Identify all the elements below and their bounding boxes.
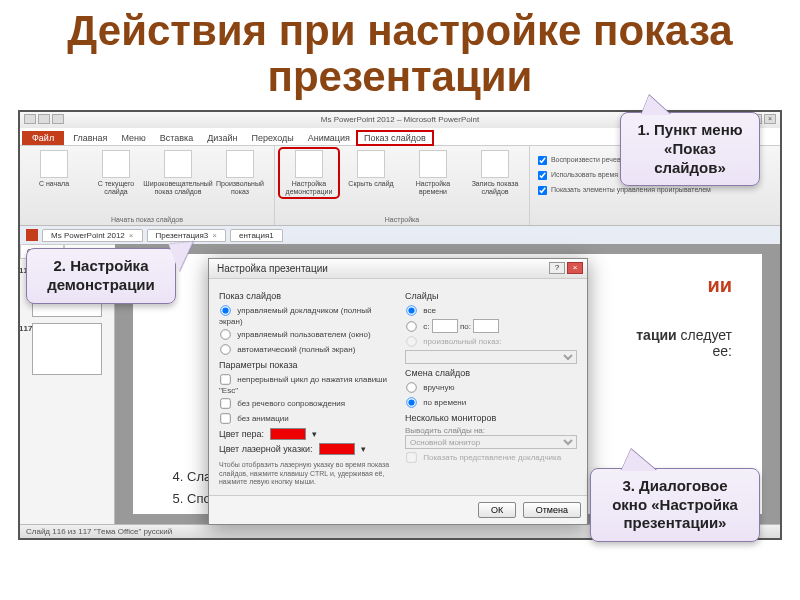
callout-2: 2. Настройка демонстрации	[26, 248, 176, 304]
help-button[interactable]: ?	[549, 262, 565, 274]
app-icon	[26, 229, 38, 241]
setup-slideshow-button[interactable]: Настройка демонстрации	[281, 150, 337, 195]
hide-slide-button[interactable]: Скрыть слайд	[343, 150, 399, 195]
dropdown-icon[interactable]: ▾	[361, 444, 366, 454]
cancel-button[interactable]: Отмена	[523, 502, 581, 518]
radio-range[interactable]: с: по:	[405, 319, 577, 333]
chk-controls[interactable]: Показать элементы управления проигрывате…	[536, 184, 774, 197]
custom-show-select	[405, 350, 577, 364]
group-label: Смена слайдов	[405, 368, 577, 378]
body-fragment: тации	[636, 327, 676, 343]
setup-presentation-dialog: Настройка презентации ? × Показ слайдов …	[208, 258, 588, 524]
slide-title-fragment: ии	[707, 274, 732, 296]
dropdown-icon[interactable]: ▾	[312, 429, 317, 439]
tab-file[interactable]: Файл	[22, 131, 64, 145]
laser-color-picker[interactable]	[319, 443, 355, 455]
record-button[interactable]: Запись показа слайдов	[467, 150, 523, 195]
close-icon[interactable]: ×	[212, 231, 217, 240]
page-title: Действия при настройке показа презентаци…	[0, 0, 800, 106]
slide-number: 117	[19, 324, 32, 333]
doc-tab[interactable]: ентация1	[230, 229, 283, 242]
quick-access-toolbar	[24, 114, 64, 124]
monitor-label: Выводить слайды на:	[405, 426, 577, 435]
custom-show-button[interactable]: Произвольный показ	[212, 150, 268, 195]
qat-btn[interactable]	[24, 114, 36, 124]
slide-thumbnail[interactable]: 117	[32, 323, 102, 375]
tab-insert[interactable]: Вставка	[153, 131, 200, 145]
from-beginning-button[interactable]: С начала	[26, 150, 82, 195]
tab-transitions[interactable]: Переходы	[244, 131, 300, 145]
ok-button[interactable]: ОК	[478, 502, 516, 518]
chk-no-animation[interactable]: без анимации	[219, 412, 391, 425]
qat-btn[interactable]	[38, 114, 50, 124]
chk-loop[interactable]: непрерывный цикл до нажатия клавиши "Esc…	[219, 373, 391, 395]
dialog-title: Настройка презентации	[217, 263, 328, 274]
dialog-titlebar: Настройка презентации ? ×	[209, 259, 587, 279]
document-tabs: Ms PowerPoint 2012× Презентация3× ентаци…	[20, 226, 780, 244]
close-button[interactable]: ×	[567, 262, 583, 274]
radio-browsed[interactable]: управляемый пользователем (окно)	[219, 328, 391, 341]
group-label: Слайды	[405, 291, 577, 301]
group-label: Несколько мониторов	[405, 413, 577, 423]
pen-color-label: Цвет пера:	[219, 429, 264, 439]
monitor-select: Основной монитор	[405, 435, 577, 449]
from-current-button[interactable]: С текущего слайда	[88, 150, 144, 195]
tab-home[interactable]: Главная	[66, 131, 114, 145]
chk-presenter-view[interactable]: Показать представление докладчика	[405, 451, 577, 464]
tab-animation[interactable]: Анимация	[301, 131, 357, 145]
callout-3: 3. Диалоговое окно «Настройка презентаци…	[590, 468, 760, 542]
laser-color-label: Цвет лазерной указки:	[219, 444, 313, 454]
radio-manual[interactable]: вручную	[405, 381, 577, 394]
broadcast-button[interactable]: Широковещательный показ слайдов	[150, 150, 206, 195]
radio-all[interactable]: все	[405, 304, 577, 317]
ribbon-group-label: Начать показ слайдов	[26, 216, 268, 223]
close-button[interactable]: ×	[764, 114, 776, 124]
rehearse-button[interactable]: Настройка времени	[405, 150, 461, 195]
body-fragment: следует	[677, 327, 732, 343]
hint-text: Чтобы отобразить лазерную указку во врем…	[219, 461, 391, 486]
doc-tab[interactable]: Ms PowerPoint 2012×	[42, 229, 143, 242]
to-input[interactable]	[473, 319, 499, 333]
tab-design[interactable]: Дизайн	[200, 131, 244, 145]
group-label: Параметры показа	[219, 360, 391, 370]
radio-custom[interactable]: произвольный показ:	[405, 335, 577, 348]
group-label: Показ слайдов	[219, 291, 391, 301]
qat-btn[interactable]	[52, 114, 64, 124]
radio-timings[interactable]: по времени	[405, 396, 577, 409]
from-input[interactable]	[432, 319, 458, 333]
radio-presenter[interactable]: управляемый докладчиком (полный экран)	[219, 304, 391, 326]
tab-menu[interactable]: Меню	[114, 131, 152, 145]
close-icon[interactable]: ×	[129, 231, 134, 240]
tab-slideshow[interactable]: Показ слайдов	[357, 131, 433, 145]
window-title: Ms PowerPoint 2012 – Microsoft PowerPoin…	[321, 115, 479, 124]
callout-1: 1. Пункт меню «Показ слайдов»	[620, 112, 760, 186]
ribbon-group-label: Настройка	[281, 216, 523, 223]
pen-color-picker[interactable]	[270, 428, 306, 440]
radio-kiosk[interactable]: автоматический (полный экран)	[219, 343, 391, 356]
chk-no-narration[interactable]: без речевого сопровождения	[219, 397, 391, 410]
